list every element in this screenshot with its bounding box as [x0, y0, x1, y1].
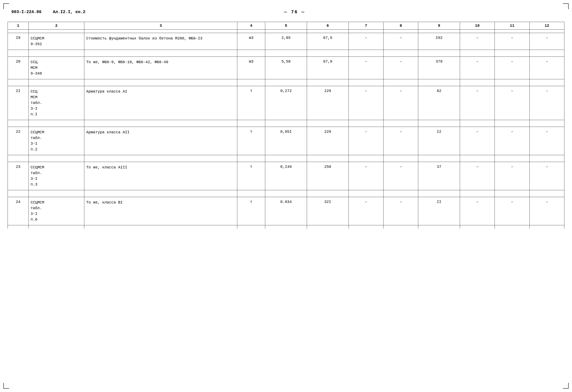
corner-top-left [3, 3, 9, 9]
cell-row0-col12: – [529, 33, 564, 50]
spacer-row [8, 123, 564, 127]
cell-row4-col3: То же, класса АIII [84, 162, 237, 190]
col-header-3: 3 [84, 22, 237, 30]
cell-row1-col6: 67,9 [307, 57, 349, 79]
data-table: 1 2 3 4 5 6 7 8 9 10 11 12 I9ССЦМСМ 9-35… [8, 22, 564, 229]
cell-row2-col9: 62 [418, 86, 460, 120]
corner-bottom-left [3, 383, 9, 389]
cell-row4-col9: 37 [418, 162, 460, 190]
table-row: I9ССЦМСМ 9-352Стоимость фундаментных бал… [8, 33, 564, 50]
cell-row5-col4: т [237, 197, 265, 225]
cell-row1-col2: ССЦ МСМ 9-348 [29, 57, 84, 79]
cell-row5-col12: – [529, 197, 564, 225]
table-header-row: 1 2 3 4 5 6 7 8 9 10 11 12 [8, 22, 564, 30]
table-row: 2IССЦ МСМ табл. 3-I п.IАрматура класса А… [8, 86, 564, 120]
cell-row3-col11: – [495, 127, 529, 155]
cell-row1-col8: – [383, 57, 418, 79]
cell-row0-col6: 67,5 [307, 33, 349, 50]
cell-row1-col9: 379 [418, 57, 460, 79]
col-header-4: 4 [237, 22, 265, 30]
cell-row3-col1: 22 [8, 127, 29, 155]
cell-row5-col3: То же, класса ВI [84, 197, 237, 225]
cell-row1-col12: – [529, 57, 564, 79]
cell-row3-col4: т [237, 127, 265, 155]
spacer-row [8, 194, 564, 197]
table-row: 24ССЦМСМ табл. 3-I п.6То же, класса ВIт0… [8, 197, 564, 225]
corner-bottom-right [563, 383, 569, 389]
cell-row2-col3: Арматура класса АI [84, 86, 237, 120]
cell-row1-col5: 5,58 [265, 57, 307, 79]
cell-row4-col8: – [383, 162, 418, 190]
spacer-row-after [8, 79, 564, 83]
col-header-5: 5 [265, 22, 307, 30]
col-header-9: 9 [418, 22, 460, 30]
cell-row4-col5: 0,I49 [265, 162, 307, 190]
cell-row4-col1: 23 [8, 162, 29, 190]
cell-row2-col8: – [383, 86, 418, 120]
cell-row1-col7: – [349, 57, 383, 79]
spacer-row-after [8, 120, 564, 123]
cell-row3-col9: I2 [418, 127, 460, 155]
cell-row5-col9: II [418, 197, 460, 225]
cell-row2-col2: ССЦ МСМ табл. 3-I п.I [29, 86, 84, 120]
col-header-10: 10 [460, 22, 495, 30]
cell-row0-col3: Стоимость фундаментных балок из бетона М… [84, 33, 237, 50]
spacer-row-after [8, 190, 564, 194]
page-header: 903-I-224.86 Ал.I2.I, кн.2 — 76 — [11, 10, 561, 15]
cell-row2-col11: – [495, 86, 529, 120]
cell-row1-col4: м3 [237, 57, 265, 79]
cell-row0-col8: – [383, 33, 418, 50]
cell-row5-col11: – [495, 197, 529, 225]
cell-row0-col2: ССЦМСМ 9-352 [29, 33, 84, 50]
cell-row3-col7: – [349, 127, 383, 155]
cell-row2-col10: – [460, 86, 495, 120]
cell-row4-col4: т [237, 162, 265, 190]
cell-row5-col5: 0.034 [265, 197, 307, 225]
cell-row5-col10: – [460, 197, 495, 225]
cell-row0-col4: м3 [237, 33, 265, 50]
spacer-row-after [8, 50, 564, 53]
cell-row1-col3: То же, ФБ6-9, ФБ6-10, ФБ6-42, ФБ6-49 [84, 57, 237, 79]
cell-row4-col2: ССЦМСМ табл. 3-I п.3 [29, 162, 84, 190]
main-table-container: 1 2 3 4 5 6 7 8 9 10 11 12 I9ССЦМСМ 9-35… [8, 22, 564, 229]
cell-row3-col12: – [529, 127, 564, 155]
spacer-row-after [8, 155, 564, 159]
table-row: 22ССЦМСМ табл. 3-I п.2Арматура класса АI… [8, 127, 564, 155]
cell-row4-col7: – [349, 162, 383, 190]
cell-row3-col2: ССЦМСМ табл. 3-I п.2 [29, 127, 84, 155]
cell-row4-col12: – [529, 162, 564, 190]
cell-row3-col3: Арматура класса АII [84, 127, 237, 155]
cell-row0-col1: I9 [8, 33, 29, 50]
spacer-row [8, 30, 564, 33]
spacer-row [8, 53, 564, 57]
cell-row4-col10: – [460, 162, 495, 190]
cell-row3-col5: 0,05I [265, 127, 307, 155]
cell-row2-col4: т [237, 86, 265, 120]
col-header-1: 1 [8, 22, 29, 30]
cell-row2-col12: – [529, 86, 564, 120]
document-number: 903-I-224.86 [11, 10, 41, 15]
table-row: 20ССЦ МСМ 9-348То же, ФБ6-9, ФБ6-10, ФБ6… [8, 57, 564, 79]
cell-row0-col11: – [495, 33, 529, 50]
corner-top-right [563, 3, 569, 9]
col-header-6: 6 [307, 22, 349, 30]
cell-row0-col7: – [349, 33, 383, 50]
cell-row5-col8: – [383, 197, 418, 225]
cell-row5-col2: ССЦМСМ табл. 3-I п.6 [29, 197, 84, 225]
cell-row1-col1: 20 [8, 57, 29, 79]
cell-row0-col5: 2,85 [265, 33, 307, 50]
cell-row2-col6: 229 [307, 86, 349, 120]
cell-row0-col10: – [460, 33, 495, 50]
spacer-row [8, 159, 564, 162]
cell-row3-col10: – [460, 127, 495, 155]
col-header-11: 11 [495, 22, 529, 30]
cell-row5-col1: 24 [8, 197, 29, 225]
cell-row1-col10: – [460, 57, 495, 79]
col-header-12: 12 [529, 22, 564, 30]
cell-row4-col11: – [495, 162, 529, 190]
cell-row5-col6: 32I [307, 197, 349, 225]
cell-row2-col5: 0,272 [265, 86, 307, 120]
col-header-7: 7 [349, 22, 383, 30]
cell-row0-col9: I92 [418, 33, 460, 50]
spacer-row [8, 83, 564, 86]
